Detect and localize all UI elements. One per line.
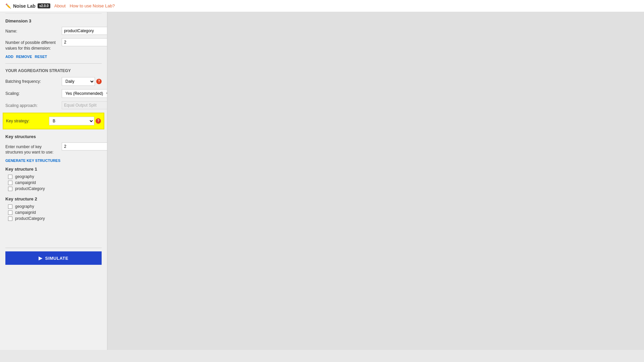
ks2-geography-label: geography: [15, 204, 34, 209]
dimension3-count-input[interactable]: [62, 38, 107, 46]
scaling-label: Scaling:: [5, 89, 59, 97]
batching-select[interactable]: Daily: [62, 77, 95, 86]
key-strategy-select-wrapper: B A C ?: [49, 117, 101, 125]
key-strategy-help-icon[interactable]: ?: [96, 118, 101, 124]
ks1-productcategory-label: productCategory: [15, 186, 45, 191]
reset-link[interactable]: RESET: [35, 55, 47, 59]
key-strategy-select[interactable]: B A C: [49, 117, 94, 125]
dimension3-title: Dimension 3: [5, 18, 102, 23]
remove-link[interactable]: REMOVE: [16, 55, 32, 59]
scaling-approach-row: Scaling approach: ?: [5, 101, 102, 109]
key-strategy-row: Key strategy: B A C ?: [3, 113, 104, 129]
ks2-campaignid-row: campaignId: [8, 210, 102, 215]
page-layout: Dimension: Dimension 3 Name: Number of p…: [0, 0, 644, 350]
add-link[interactable]: ADD: [5, 55, 13, 59]
dimension3-count-row: Number of possible different values for …: [5, 38, 102, 51]
ks1-geography-label: geography: [15, 174, 34, 179]
scaling-approach-input[interactable]: [62, 101, 107, 109]
simulate-divider: [5, 248, 102, 248]
key-structure-1-title: Key structure 1: [5, 167, 102, 172]
logo-text: Noise Lab: [13, 3, 36, 9]
simulate-button[interactable]: ▶ SIMULATE: [5, 251, 102, 265]
ks1-productcategory-checkbox[interactable]: [8, 187, 12, 191]
scaling-row: Scaling: Yes (Recommended) ?: [5, 89, 102, 98]
ks1-campaignid-checkbox[interactable]: [8, 181, 12, 185]
key-structures-title: Key structures: [5, 134, 102, 139]
key-structures-count-wrapper: ?: [62, 142, 107, 150]
version-badge: v2.0.0: [38, 3, 50, 8]
scaling-approach-wrapper: ?: [62, 101, 107, 109]
key-strategy-label: Key strategy:: [6, 119, 46, 123]
bottom-bar: ▶ SIMULATE: [0, 240, 107, 268]
ks2-productcategory-checkbox[interactable]: [8, 217, 12, 221]
batching-help-icon[interactable]: ?: [96, 79, 102, 84]
ks2-campaignid-checkbox[interactable]: [8, 210, 12, 215]
key-structure-1-group: Key structure 1 geography campaignId pro…: [5, 167, 102, 191]
key-structure-2-title: Key structure 2: [5, 196, 102, 201]
app-header: ✏️ Noise Lab v2.0.0 About How to use Noi…: [0, 0, 644, 12]
key-structure-2-group: Key structure 2 geography campaignId pro…: [5, 196, 102, 221]
about-link[interactable]: About: [54, 3, 66, 8]
ks1-geography-row: geography: [8, 174, 102, 179]
key-structures-description: Enter number of key structures you want …: [5, 142, 59, 156]
divider1: [5, 63, 102, 64]
dimension3-name-row: Name:: [5, 27, 102, 35]
batching-row: Batching frequency: Daily ?: [5, 77, 102, 86]
ks2-geography-row: geography: [8, 204, 102, 209]
key-structures-count-input[interactable]: [62, 142, 107, 150]
dimension3-count-label: Number of possible different values for …: [5, 38, 59, 51]
app-logo: ✏️ Noise Lab v2.0.0: [5, 3, 50, 9]
ks1-geography-checkbox[interactable]: [8, 175, 12, 179]
simulate-label: SIMULATE: [45, 256, 68, 261]
generate-link[interactable]: GENERATE KEY STRUCTURES: [5, 159, 102, 163]
key-structures-count-row: Enter number of key structures you want …: [5, 142, 102, 156]
right-panel: [107, 0, 644, 350]
how-to-link[interactable]: How to use Noise Lab?: [70, 3, 115, 8]
ks2-productcategory-label: productCategory: [15, 216, 45, 221]
dimension3-name-label: Name:: [5, 27, 59, 34]
batching-label: Batching frequency:: [5, 77, 59, 84]
dimension3-name-input[interactable]: [62, 27, 107, 35]
aggregation-section: YOUR AGGREGATION STRATEGY Batching frequ…: [5, 68, 102, 129]
key-structures-section: Key structures Enter number of key struc…: [5, 134, 102, 221]
scaling-select[interactable]: Yes (Recommended): [62, 89, 107, 98]
scroll-container: Dimension: Dimension 3 Name: Number of p…: [0, 0, 107, 350]
action-links: ADD REMOVE RESET: [5, 55, 102, 59]
ks1-campaignid-row: campaignId: [8, 180, 102, 185]
aggregation-heading: YOUR AGGREGATION STRATEGY: [5, 68, 102, 73]
ks1-campaignid-label: campaignId: [15, 180, 36, 185]
ks2-productcategory-row: productCategory: [8, 216, 102, 221]
pencil-icon: ✏️: [5, 3, 11, 9]
ks1-productcategory-row: productCategory: [8, 186, 102, 191]
scaling-approach-label: Scaling approach:: [5, 101, 59, 109]
play-icon: ▶: [39, 255, 43, 261]
scaling-select-wrapper: Yes (Recommended) ?: [62, 89, 107, 98]
batching-select-wrapper: Daily ?: [62, 77, 102, 86]
ks2-geography-checkbox[interactable]: [8, 204, 12, 209]
content-area: Dimension: Dimension 3 Name: Number of p…: [0, 0, 107, 240]
ks2-campaignid-label: campaignId: [15, 210, 36, 215]
